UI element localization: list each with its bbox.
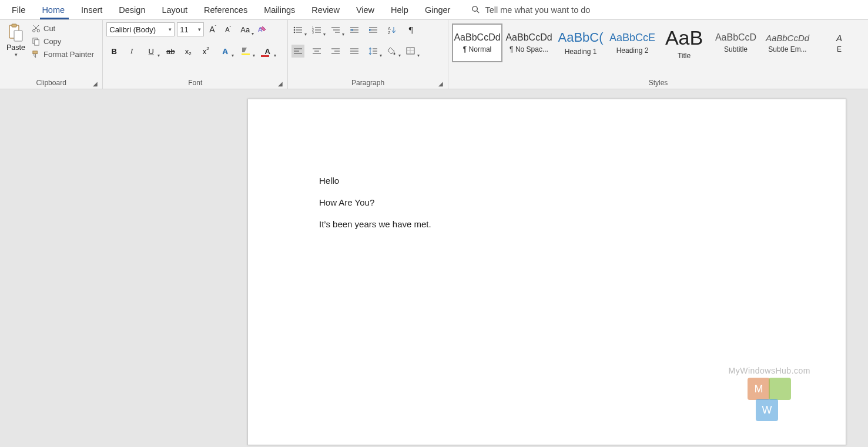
shading-button[interactable]: ▾ xyxy=(386,45,398,58)
svg-line-1 xyxy=(477,11,480,13)
style-preview: AaBbCcE xyxy=(609,32,655,44)
group-styles: AaBbCcDd¶ NormalAaBbCcDd¶ No Spac...AaBb… xyxy=(448,20,868,89)
styles-group-label: Styles xyxy=(452,78,864,89)
style-subtle-em-[interactable]: AaBbCcDdSubtle Em... xyxy=(762,23,813,62)
svg-rect-3 xyxy=(12,24,16,27)
style-name: Heading 1 xyxy=(565,48,597,56)
tab-ginger[interactable]: Ginger xyxy=(417,0,459,19)
svg-text:A: A xyxy=(388,26,391,31)
borders-button[interactable]: ▾ xyxy=(404,45,417,58)
style-e[interactable]: AE xyxy=(814,23,864,62)
svg-point-15 xyxy=(294,29,296,31)
paste-icon xyxy=(8,23,24,42)
change-case-button[interactable]: Aa▾ xyxy=(237,23,253,36)
document-line[interactable]: Hello xyxy=(319,176,846,186)
paragraph-launcher-icon[interactable]: ◢ xyxy=(438,80,443,87)
style-preview: AaBbCcDd xyxy=(454,32,500,43)
style-subtitle[interactable]: AaBbCcDSubtitle xyxy=(711,23,761,62)
font-size-combo[interactable]: 11 ▾ xyxy=(177,22,204,36)
subscript-button[interactable]: x2 xyxy=(182,45,195,58)
cut-button[interactable]: Cut xyxy=(32,24,94,33)
shrink-font-button[interactable]: Aˇ xyxy=(222,23,234,36)
text-effects-button[interactable]: A▾ xyxy=(217,45,233,58)
svg-rect-10 xyxy=(35,40,39,45)
tab-review[interactable]: Review xyxy=(303,0,348,19)
tab-home[interactable]: Home xyxy=(33,0,73,19)
watermark-logo: M W xyxy=(748,378,791,421)
style-name: Subtle Em... xyxy=(768,45,806,53)
align-right-button[interactable] xyxy=(329,45,342,58)
style-title[interactable]: AaBTitle xyxy=(659,23,709,62)
tab-references[interactable]: References xyxy=(196,0,256,19)
document-page[interactable]: Hello How Are You? It’s been years we ha… xyxy=(247,99,846,445)
style-heading-2[interactable]: AaBbCcEHeading 2 xyxy=(607,23,658,62)
cut-label: Cut xyxy=(43,24,55,33)
tab-design[interactable]: Design xyxy=(110,0,153,19)
format-painter-button[interactable]: Format Painter xyxy=(32,50,94,59)
font-launcher-icon[interactable]: ◢ xyxy=(278,80,283,87)
svg-rect-11 xyxy=(33,51,38,54)
style-name: ¶ Normal xyxy=(463,45,491,53)
grow-font-button[interactable]: Aˆ xyxy=(206,23,219,36)
font-color-button[interactable]: A▾ xyxy=(259,45,276,58)
svg-point-5 xyxy=(33,29,35,32)
scissors-icon xyxy=(32,24,41,33)
tell-me-search[interactable]: Tell me what you want to do xyxy=(471,5,590,15)
tell-me-placeholder: Tell me what you want to do xyxy=(485,5,590,15)
tab-insert[interactable]: Insert xyxy=(73,0,110,19)
bold-button[interactable]: B xyxy=(108,45,120,58)
chevron-down-icon: ▾ xyxy=(198,26,201,32)
italic-button[interactable]: I xyxy=(125,45,138,58)
svg-point-14 xyxy=(294,27,296,29)
superscript-button[interactable]: x2 xyxy=(199,45,212,58)
font-group-label: Font ◢ xyxy=(106,78,284,89)
style--no-spac-[interactable]: AaBbCcDd¶ No Spac... xyxy=(504,23,554,62)
style-name: ¶ No Spac... xyxy=(510,45,548,53)
watermark: MyWindowsHub.com M W xyxy=(729,366,810,421)
style-preview: A xyxy=(836,33,842,43)
document-line[interactable]: It’s been years we have met. xyxy=(319,219,846,229)
clear-formatting-button[interactable]: A xyxy=(256,23,269,36)
strikethrough-button[interactable]: ab xyxy=(164,45,177,58)
style-preview: AaBbCcD xyxy=(715,32,756,43)
style-preview: AaB xyxy=(665,26,703,49)
svg-text:Z: Z xyxy=(388,31,391,34)
style-preview: AaBbC( xyxy=(558,30,603,45)
justify-button[interactable] xyxy=(348,45,361,58)
multilevel-list-button[interactable]: ▾ xyxy=(329,23,342,36)
tab-layout[interactable]: Layout xyxy=(153,0,196,19)
clipboard-launcher-icon[interactable]: ◢ xyxy=(93,80,98,87)
style--normal[interactable]: AaBbCcDd¶ Normal xyxy=(452,23,502,62)
tab-help[interactable]: Help xyxy=(383,0,417,19)
style-name: Title xyxy=(678,52,691,60)
show-hide-marks-button[interactable]: ¶ xyxy=(404,23,417,36)
bullets-button[interactable]: ▾ xyxy=(291,23,304,36)
align-center-button[interactable] xyxy=(310,45,323,58)
decrease-indent-button[interactable] xyxy=(348,23,361,36)
svg-line-8 xyxy=(33,25,38,30)
paste-button[interactable]: Paste ▾ xyxy=(4,22,28,59)
document-line[interactable]: How Are You? xyxy=(319,197,846,207)
copy-button[interactable]: Copy xyxy=(32,37,94,46)
font-name-combo[interactable]: Calibri (Body) ▾ xyxy=(106,22,175,36)
style-preview: AaBbCcDd xyxy=(505,32,552,43)
svg-text:3: 3 xyxy=(312,31,314,34)
underline-button[interactable]: U▾ xyxy=(143,45,159,58)
tab-mailings[interactable]: Mailings xyxy=(256,0,303,19)
svg-point-16 xyxy=(294,32,296,33)
align-left-button[interactable] xyxy=(291,45,304,58)
numbering-button[interactable]: 123▾ xyxy=(310,23,323,36)
watermark-text: MyWindowsHub.com xyxy=(729,366,810,375)
increase-indent-button[interactable] xyxy=(367,23,380,36)
tab-view[interactable]: View xyxy=(348,0,383,19)
highlight-button[interactable]: ▾ xyxy=(238,45,254,58)
chevron-down-icon: ▾ xyxy=(169,26,172,32)
sort-button[interactable]: AZ xyxy=(386,23,398,36)
style-heading-1[interactable]: AaBbC(Heading 1 xyxy=(555,23,606,62)
group-font: Calibri (Body) ▾ 11 ▾ Aˆ Aˇ Aa▾ A B I U▾… xyxy=(103,20,288,89)
tab-file[interactable]: File xyxy=(4,0,33,19)
line-spacing-button[interactable]: ▾ xyxy=(367,45,380,58)
paragraph-group-label: Paragraph ◢ xyxy=(291,78,444,89)
svg-point-0 xyxy=(472,6,477,11)
format-painter-label: Format Painter xyxy=(43,50,94,59)
